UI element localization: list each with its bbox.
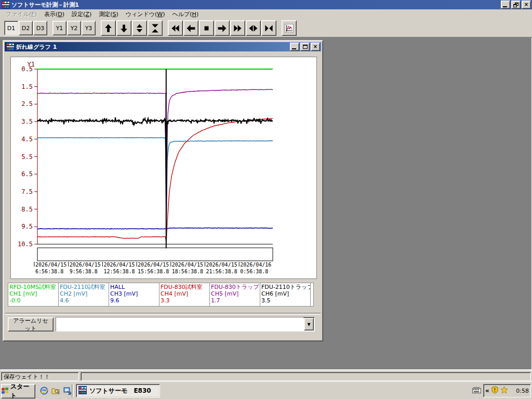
graph-window-titlebar: 折れ線グラフ 1 × (5, 42, 321, 51)
alarm-reset-button[interactable]: アラームリセット (8, 317, 54, 331)
y-tick-label: 1.5 (21, 83, 33, 90)
rewind-icon[interactable] (168, 20, 183, 36)
task-button-softthermo[interactable]: ソフトサーモ E830 (76, 384, 160, 397)
menu-item-w[interactable]: ウィンドウ(W) (122, 9, 169, 19)
y-tick-label: 0.5 (21, 65, 33, 73)
graph-window-icon (6, 43, 15, 51)
graph-window-title: 折れ線グラフ 1 (16, 43, 57, 51)
toolbar-group-3 (168, 20, 277, 36)
status-message: 保存ウェイト！！ (1, 372, 79, 381)
legend-channel-name: HALL (110, 284, 158, 290)
menu-item-d[interactable]: 表示(D) (41, 9, 68, 19)
main-titlebar: ソフトサーモ計測－計測1 × (0, 0, 532, 9)
security-shield-icon[interactable]: ! (491, 386, 499, 395)
legend-channel-id: CH4 [mV] (161, 290, 208, 297)
x-tick-time: 9:56:38.8 (70, 269, 98, 274)
y-tick-label: 9.5 (21, 223, 33, 230)
toolbar-group-4 (282, 20, 297, 36)
y-tick-label: 10.5 (18, 241, 33, 248)
menu-item-f[interactable]: ファイル(F) (2, 9, 41, 19)
menu-item-s[interactable]: 測定(S) (95, 9, 122, 19)
chart-panel: Y10.51.52.53.54.55.56.57.58.59.510.52026… (10, 57, 317, 279)
start-label: スタート (10, 382, 35, 399)
collapse-horizontal-icon[interactable] (261, 20, 276, 36)
legend-channel-id: CH6 [mV] (261, 290, 309, 297)
y-tick-label: 5.5 (21, 153, 33, 161)
x-tick-date: 2026/04/15 (103, 262, 135, 268)
graph-window: 折れ線グラフ 1 × Y10.51.52.53.54.55.56.57.58.5… (3, 40, 323, 341)
legend-channel-name: FDU-830試料室 (161, 284, 208, 290)
restore-button[interactable] (511, 1, 521, 9)
toolbar-group-0: D1D2D3 (4, 21, 48, 35)
legend-channel-value: 4.6 (60, 297, 108, 304)
legend-channel-value: 1.7 (211, 297, 259, 304)
stop-icon[interactable] (199, 20, 214, 36)
x-tick-time: 15:56:38.8 (138, 269, 169, 274)
task-label: ソフトサーモ E830 (89, 387, 151, 395)
y-tick-label: 8.5 (21, 206, 33, 213)
legend-channel-name: FDU-2110トラップ (261, 284, 309, 290)
series-ch4 (37, 118, 273, 243)
taskbar-divider (72, 384, 74, 397)
toolbar-group-1: Y1Y2Y3 (52, 21, 96, 35)
toolbar-button-d2[interactable]: D2 (19, 21, 33, 35)
graph-minimize-button[interactable] (290, 43, 299, 51)
x-tick-date: 2026/04/16 (240, 262, 271, 268)
y-tick-label: 6.5 (21, 170, 33, 178)
folder-icon[interactable] (51, 386, 60, 395)
legend-channel-name: FDU-830トラップ (211, 284, 259, 290)
series-ch2 (37, 138, 273, 231)
toolbar-button-d1[interactable]: D1 (4, 21, 18, 35)
x-tick-date: 2026/04/15 (172, 262, 203, 268)
menu-item-z[interactable]: 設定(Z) (68, 9, 95, 19)
graph-icon[interactable] (282, 20, 297, 36)
series-ch5 (37, 89, 273, 227)
toolbar-button-y3[interactable]: Y3 (82, 21, 96, 35)
arrow-down-icon[interactable] (116, 20, 131, 36)
collapse-chevrons-icon[interactable]: « (485, 387, 489, 394)
x-tick-date: 2026/04/15 (70, 262, 101, 268)
legend-cell-ch3: HALLCH3 [mV]9.6 (109, 283, 159, 306)
legend-channel-id: CH2 [mV] (60, 290, 108, 297)
taskbar-clock: 0:58 (516, 388, 529, 394)
toolbar-button-y1[interactable]: Y1 (52, 21, 66, 35)
start-button[interactable]: スタート (1, 384, 35, 398)
toolbar-button-y2[interactable]: Y2 (67, 21, 81, 35)
star-icon[interactable] (500, 386, 508, 395)
close-button[interactable]: × (522, 1, 531, 9)
expand-horizontal-icon[interactable] (246, 20, 261, 36)
arrow-up-icon[interactable] (101, 20, 116, 36)
graph-close-button[interactable]: × (311, 43, 320, 51)
legend-channel-value: 3.5 (261, 297, 309, 304)
x-axis-box (37, 248, 273, 261)
x-tick-time: 0:56:38.8 (240, 269, 268, 274)
minimize-button[interactable] (501, 1, 510, 9)
keyboard-icon[interactable] (472, 387, 481, 395)
series-ch3 (37, 228, 273, 229)
internet-explorer-icon[interactable] (39, 386, 49, 395)
arrow-left-icon[interactable] (183, 20, 198, 36)
windows-logo-icon (2, 387, 9, 395)
expand-vertical-icon[interactable] (132, 20, 147, 36)
y-tick-label: 3.5 (21, 118, 33, 125)
legend-cell-ch4: FDU-830試料室CH4 [mV]3.3 (159, 283, 210, 306)
toolbar-button-d3[interactable]: D3 (33, 21, 47, 35)
arrow-right-icon[interactable] (215, 20, 230, 36)
toolbar-group-2 (101, 20, 163, 36)
menu-item-h[interactable]: ヘルプ(H) (169, 9, 203, 19)
fast-forward-icon[interactable] (230, 20, 245, 36)
combo-dropdown-button[interactable]: ▼ (304, 318, 314, 330)
legend-channel-value: 3.3 (161, 297, 208, 304)
taskbar: スタート ソフトサーモ E830 « ! 0:58 (0, 381, 532, 399)
show-desktop-icon[interactable] (62, 386, 72, 395)
y-tick-label: 4.5 (21, 136, 33, 143)
x-tick-time: 18:56:38.8 (172, 269, 203, 274)
alarm-combo[interactable]: ▼ (56, 317, 315, 331)
x-tick-time: 21:56:38.8 (206, 269, 237, 274)
legend-channel-value: 9.6 (110, 297, 158, 304)
graph-maximize-button[interactable] (300, 43, 310, 51)
collapse-vertical-icon[interactable] (148, 20, 163, 36)
mdi-area: 折れ線グラフ 1 × Y10.51.52.53.54.55.56.57.58.5… (0, 37, 532, 370)
x-tick-date: 2026/04/15 (206, 262, 237, 268)
alarm-combo-value[interactable] (56, 317, 303, 331)
